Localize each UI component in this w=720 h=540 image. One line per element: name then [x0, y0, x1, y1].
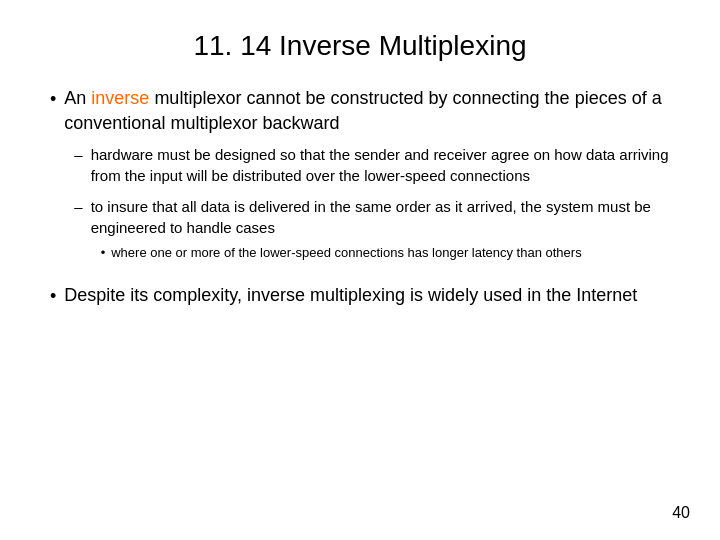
slide-container: 11. 14 Inverse Multiplexing • An inverse… — [0, 0, 720, 540]
bullet-1-text: An inverse multiplexor cannot be constru… — [64, 88, 661, 133]
sub-bullet-2-text: to insure that all data is delivered in … — [91, 198, 651, 236]
bullet-item-2: • Despite its complexity, inverse multip… — [50, 283, 670, 309]
bullet-1-content: An inverse multiplexor cannot be constru… — [64, 86, 670, 263]
bullet-1-suffix: multiplexor cannot be constructed by con… — [64, 88, 661, 133]
bullet-item-1: • An inverse multiplexor cannot be const… — [50, 86, 670, 263]
sub-sub-bullets: • where one or more of the lower-speed c… — [101, 244, 670, 262]
sub-bullet-2-content: to insure that all data is delivered in … — [91, 196, 670, 262]
sub-bullet-2: – to insure that all data is delivered i… — [74, 196, 670, 262]
bullet-dot-1: • — [50, 87, 56, 112]
bullet-2-text: Despite its complexity, inverse multiple… — [64, 283, 637, 308]
bullet-dot-2: • — [50, 284, 56, 309]
bullet-1-highlight: inverse — [91, 88, 149, 108]
bullet-1-prefix: An — [64, 88, 91, 108]
sub-bullet-1: – hardware must be designed so that the … — [74, 144, 670, 186]
sub-bullet-dash-2: – — [74, 196, 82, 217]
sub-bullet-1-text: hardware must be designed so that the se… — [91, 144, 670, 186]
sub-sub-bullet-1-text: where one or more of the lower-speed con… — [111, 244, 581, 262]
slide-title: 11. 14 Inverse Multiplexing — [50, 30, 670, 62]
sub-bullets-1: – hardware must be designed so that the … — [74, 144, 670, 262]
sub-sub-bullet-1: • where one or more of the lower-speed c… — [101, 244, 670, 262]
sub-bullet-dash-1: – — [74, 144, 82, 165]
sub-sub-bullet-dot-1: • — [101, 244, 106, 262]
page-number: 40 — [672, 504, 690, 522]
content-area: • An inverse multiplexor cannot be const… — [50, 86, 670, 510]
